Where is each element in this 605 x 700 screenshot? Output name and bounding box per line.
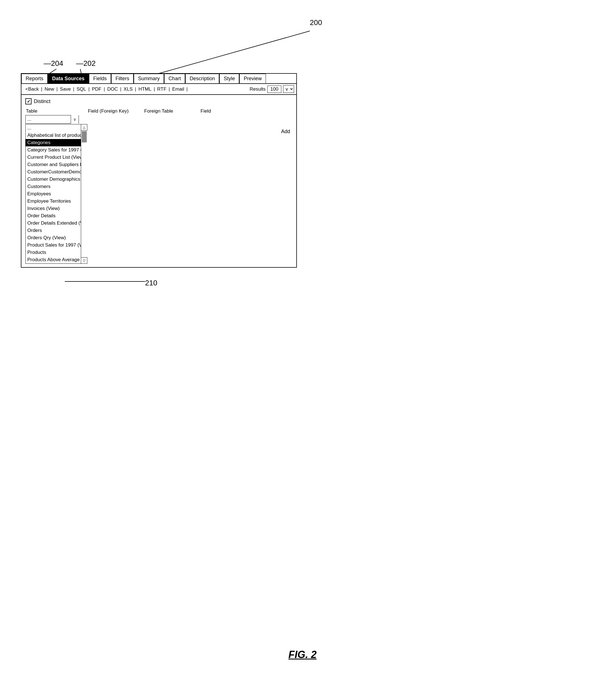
list-item[interactable]: Employee Territories	[26, 198, 81, 205]
results-label: Results	[249, 86, 266, 92]
list-item[interactable]: Products	[26, 249, 81, 256]
toolbar: <Back | New | Save | SQL | PDF | DOC | X…	[21, 84, 296, 95]
sep-3: |	[72, 86, 75, 92]
sep-1: |	[41, 86, 43, 92]
list-items: ... Alphabetical list of products (View)…	[26, 124, 81, 264]
field-header: Field	[200, 108, 243, 114]
list-item[interactable]: Customers	[26, 183, 81, 190]
results-input[interactable]	[267, 85, 281, 93]
list-item[interactable]: Orders	[26, 227, 81, 234]
scroll-up-button[interactable]: △	[81, 124, 87, 131]
distinct-label: Distinct	[34, 99, 50, 104]
back-button[interactable]: <Back	[24, 86, 41, 93]
fig-label: FIG. 2	[0, 649, 605, 660]
tab-bar: Reports Data Sources Fields Filters Summ…	[21, 74, 296, 84]
list-item-categories[interactable]: Categories	[26, 139, 81, 146]
distinct-checkbox[interactable]: ✓	[25, 98, 31, 104]
rtf-button[interactable]: RTF	[155, 86, 168, 93]
list-item[interactable]: Current Product List (View)	[26, 154, 81, 161]
annotation-202: —202	[76, 59, 95, 68]
annotation-200: 200	[310, 18, 322, 27]
tab-description[interactable]: Description	[185, 74, 219, 83]
sep-7: |	[135, 86, 137, 92]
email-button[interactable]: Email	[170, 86, 186, 93]
list-item[interactable]: Invoices (View)	[26, 205, 81, 212]
table-select-arrow[interactable]: v	[71, 115, 78, 124]
scroll-track	[81, 131, 87, 257]
table-header: Table	[26, 108, 88, 114]
new-button[interactable]: New	[43, 86, 56, 93]
doc-button[interactable]: DOC	[105, 86, 120, 93]
save-button[interactable]: Save	[58, 86, 73, 93]
sep-4: |	[88, 86, 90, 92]
svg-line-0	[155, 31, 310, 75]
list-item[interactable]: Order Details Extended (View)	[26, 220, 81, 227]
distinct-row: ✓ Distinct	[25, 98, 292, 104]
sql-button[interactable]: SQL	[75, 86, 88, 93]
xls-button[interactable]: XLS	[122, 86, 135, 93]
ui-container: Reports Data Sources Fields Filters Summ…	[21, 73, 297, 268]
table-select-wrapper: ... v	[25, 115, 79, 124]
tab-fields[interactable]: Fields	[89, 74, 111, 83]
scrollbar: △ ▽	[81, 124, 87, 264]
list-item[interactable]: Order Details	[26, 212, 81, 220]
tab-chart[interactable]: Chart	[164, 74, 185, 83]
dropdown-row: ... v	[25, 115, 292, 124]
list-item[interactable]: Products Above Average Price (View)	[26, 256, 81, 264]
scroll-thumb[interactable]	[82, 131, 87, 143]
tab-reports[interactable]: Reports	[21, 74, 48, 83]
content-area: ✓ Distinct Table Field (Foreign Key) For…	[21, 95, 296, 267]
scroll-down-button[interactable]: ▽	[81, 257, 87, 264]
tab-preview[interactable]: Preview	[239, 74, 266, 83]
list-item[interactable]: Product Sales for 1997 (View)	[26, 242, 81, 249]
foreign-table-header: Foreign Table	[144, 108, 200, 114]
add-area: Add	[279, 129, 292, 134]
list-item[interactable]: Alphabetical list of products (View)	[26, 132, 81, 139]
list-item[interactable]: Employees	[26, 190, 81, 198]
field-fk-header: Field (Foreign Key)	[88, 108, 144, 114]
list-item[interactable]: Category Sales for 1997 (View)	[26, 146, 81, 154]
add-button[interactable]: Add	[279, 127, 292, 135]
results-dropdown[interactable]: v	[283, 85, 294, 93]
sep-8: |	[153, 86, 155, 92]
annotation-210: 210	[145, 279, 157, 288]
list-item[interactable]: CustomerCustomerDemo	[26, 168, 81, 176]
tab-filters[interactable]: Filters	[111, 74, 134, 83]
sep-2: |	[56, 86, 58, 92]
list-item[interactable]: Customer Demographics	[26, 176, 81, 183]
sep-6: |	[119, 86, 122, 92]
sep-5: |	[103, 86, 105, 92]
table-select-text: ...	[26, 116, 71, 123]
html-button[interactable]: HTML	[137, 86, 153, 93]
list-item[interactable]: ...	[26, 124, 81, 132]
tab-style[interactable]: Style	[219, 74, 239, 83]
ds-headers: Table Field (Foreign Key) Foreign Table …	[25, 108, 292, 114]
tab-data-sources[interactable]: Data Sources	[48, 74, 89, 83]
list-item[interactable]: Customer and Suppliers by City (View	[26, 161, 81, 168]
list-container: ... Alphabetical list of products (View)…	[25, 124, 87, 264]
sep-9: |	[168, 86, 170, 92]
sep-10: |	[186, 86, 188, 92]
results-group: Results v	[249, 85, 294, 93]
annotation-204: —204	[44, 59, 63, 68]
pdf-button[interactable]: PDF	[90, 86, 103, 93]
list-item[interactable]: Orders Qry (View)	[26, 234, 81, 242]
tab-summary[interactable]: Summary	[134, 74, 164, 83]
